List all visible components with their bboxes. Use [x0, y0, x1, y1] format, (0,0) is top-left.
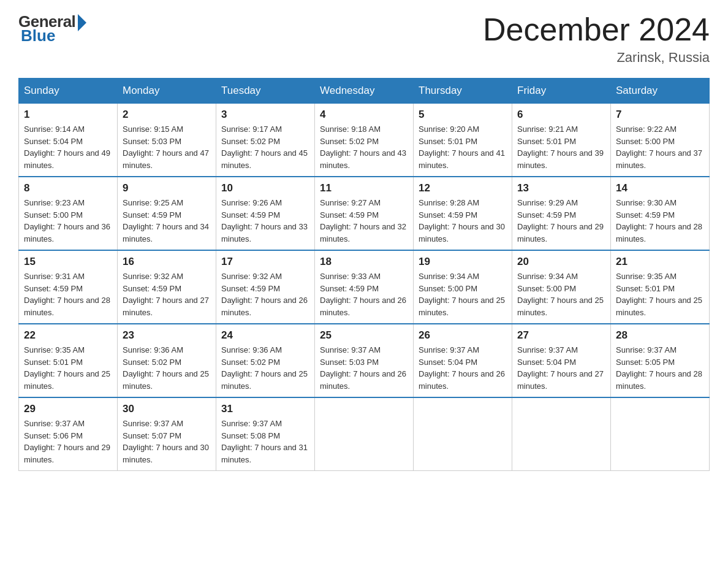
day-number: 29 [24, 403, 112, 415]
page-header: General Blue December 2024 Zarinsk, Russ… [18, 12, 710, 66]
day-number: 7 [616, 109, 704, 121]
day-info: Sunrise: 9:15 AM Sunset: 5:03 PM Dayligh… [123, 123, 211, 171]
calendar-day-cell [611, 397, 710, 471]
calendar-day-cell: 5 Sunrise: 9:20 AM Sunset: 5:01 PM Dayli… [414, 104, 512, 177]
day-info: Sunrise: 9:35 AM Sunset: 5:01 PM Dayligh… [24, 344, 112, 392]
day-number: 13 [517, 182, 605, 194]
day-info: Sunrise: 9:34 AM Sunset: 5:00 PM Dayligh… [419, 270, 507, 318]
day-number: 19 [419, 256, 507, 268]
day-number: 10 [221, 182, 309, 194]
calendar-day-cell: 29 Sunrise: 9:37 AM Sunset: 5:06 PM Dayl… [19, 397, 118, 471]
day-info: Sunrise: 9:29 AM Sunset: 4:59 PM Dayligh… [517, 197, 605, 245]
day-number: 23 [123, 329, 211, 342]
day-number: 20 [517, 256, 605, 268]
calendar-week-row: 1 Sunrise: 9:14 AM Sunset: 5:04 PM Dayli… [19, 104, 710, 177]
day-info: Sunrise: 9:30 AM Sunset: 4:59 PM Dayligh… [616, 197, 704, 245]
day-info: Sunrise: 9:36 AM Sunset: 5:02 PM Dayligh… [221, 344, 309, 392]
day-number: 22 [24, 329, 112, 342]
calendar-day-cell: 22 Sunrise: 9:35 AM Sunset: 5:01 PM Dayl… [19, 324, 118, 397]
day-number: 9 [123, 182, 211, 194]
calendar-week-row: 8 Sunrise: 9:23 AM Sunset: 5:00 PM Dayli… [19, 177, 710, 250]
day-info: Sunrise: 9:20 AM Sunset: 5:01 PM Dayligh… [419, 123, 507, 171]
calendar-day-cell [414, 397, 512, 471]
calendar-day-cell: 15 Sunrise: 9:31 AM Sunset: 4:59 PM Dayl… [19, 250, 118, 324]
day-info: Sunrise: 9:37 AM Sunset: 5:07 PM Dayligh… [123, 418, 211, 465]
logo-blue-text: Blue [21, 26, 55, 45]
day-info: Sunrise: 9:34 AM Sunset: 5:00 PM Dayligh… [517, 270, 605, 318]
calendar-day-cell: 17 Sunrise: 9:32 AM Sunset: 4:59 PM Dayl… [216, 250, 315, 324]
calendar-day-cell: 10 Sunrise: 9:26 AM Sunset: 4:59 PM Dayl… [216, 177, 315, 250]
title-area: December 2024 Zarinsk, Russia [483, 12, 710, 66]
calendar-day-cell: 4 Sunrise: 9:18 AM Sunset: 5:02 PM Dayli… [315, 104, 414, 177]
day-number: 31 [221, 403, 309, 415]
calendar-day-cell: 2 Sunrise: 9:15 AM Sunset: 5:03 PM Dayli… [118, 104, 216, 177]
day-number: 2 [123, 109, 211, 121]
calendar-day-cell: 25 Sunrise: 9:37 AM Sunset: 5:03 PM Dayl… [315, 324, 414, 397]
day-number: 6 [517, 109, 605, 121]
day-number: 11 [320, 182, 408, 194]
day-number: 16 [123, 256, 211, 268]
day-number: 5 [419, 109, 507, 121]
day-info: Sunrise: 9:28 AM Sunset: 4:59 PM Dayligh… [419, 197, 507, 245]
day-number: 3 [221, 109, 309, 121]
calendar-day-cell: 21 Sunrise: 9:35 AM Sunset: 5:01 PM Dayl… [611, 250, 710, 324]
calendar-day-cell: 23 Sunrise: 9:36 AM Sunset: 5:02 PM Dayl… [118, 324, 216, 397]
day-info: Sunrise: 9:33 AM Sunset: 4:59 PM Dayligh… [320, 270, 408, 318]
day-info: Sunrise: 9:37 AM Sunset: 5:04 PM Dayligh… [419, 344, 507, 392]
day-info: Sunrise: 9:26 AM Sunset: 4:59 PM Dayligh… [221, 197, 309, 245]
calendar-day-cell: 30 Sunrise: 9:37 AM Sunset: 5:07 PM Dayl… [118, 397, 216, 471]
calendar-day-cell: 27 Sunrise: 9:37 AM Sunset: 5:04 PM Dayl… [512, 324, 611, 397]
day-number: 25 [320, 329, 408, 342]
day-info: Sunrise: 9:22 AM Sunset: 5:00 PM Dayligh… [616, 123, 704, 171]
day-number: 24 [221, 329, 309, 342]
calendar-week-row: 22 Sunrise: 9:35 AM Sunset: 5:01 PM Dayl… [19, 324, 710, 397]
day-info: Sunrise: 9:37 AM Sunset: 5:03 PM Dayligh… [320, 344, 408, 392]
location-text: Zarinsk, Russia [483, 50, 710, 66]
calendar-day-cell: 8 Sunrise: 9:23 AM Sunset: 5:00 PM Dayli… [19, 177, 118, 250]
month-title: December 2024 [483, 12, 710, 47]
day-info: Sunrise: 9:25 AM Sunset: 4:59 PM Dayligh… [123, 197, 211, 245]
day-info: Sunrise: 9:23 AM Sunset: 5:00 PM Dayligh… [24, 197, 112, 245]
calendar-day-cell: 14 Sunrise: 9:30 AM Sunset: 4:59 PM Dayl… [611, 177, 710, 250]
calendar-day-cell [315, 397, 414, 471]
calendar-day-cell: 7 Sunrise: 9:22 AM Sunset: 5:00 PM Dayli… [611, 104, 710, 177]
calendar-day-header: Thursday [414, 79, 512, 104]
calendar-week-row: 15 Sunrise: 9:31 AM Sunset: 4:59 PM Dayl… [19, 250, 710, 324]
calendar-day-header: Monday [118, 79, 216, 104]
day-info: Sunrise: 9:27 AM Sunset: 4:59 PM Dayligh… [320, 197, 408, 245]
day-info: Sunrise: 9:14 AM Sunset: 5:04 PM Dayligh… [24, 123, 112, 171]
calendar-header-row: SundayMondayTuesdayWednesdayThursdayFrid… [19, 79, 710, 104]
day-number: 18 [320, 256, 408, 268]
calendar-table: SundayMondayTuesdayWednesdayThursdayFrid… [18, 78, 710, 471]
day-info: Sunrise: 9:37 AM Sunset: 5:04 PM Dayligh… [517, 344, 605, 392]
day-number: 14 [616, 182, 704, 194]
calendar-day-header: Sunday [19, 79, 118, 104]
calendar-day-header: Friday [512, 79, 611, 104]
day-info: Sunrise: 9:36 AM Sunset: 5:02 PM Dayligh… [123, 344, 211, 392]
logo: General Blue [18, 12, 86, 45]
calendar-day-cell: 16 Sunrise: 9:32 AM Sunset: 4:59 PM Dayl… [118, 250, 216, 324]
day-info: Sunrise: 9:18 AM Sunset: 5:02 PM Dayligh… [320, 123, 408, 171]
calendar-day-cell: 20 Sunrise: 9:34 AM Sunset: 5:00 PM Dayl… [512, 250, 611, 324]
day-number: 1 [24, 109, 112, 121]
calendar-day-cell: 6 Sunrise: 9:21 AM Sunset: 5:01 PM Dayli… [512, 104, 611, 177]
day-number: 30 [123, 403, 211, 415]
day-number: 28 [616, 329, 704, 342]
calendar-day-cell: 18 Sunrise: 9:33 AM Sunset: 4:59 PM Dayl… [315, 250, 414, 324]
day-info: Sunrise: 9:32 AM Sunset: 4:59 PM Dayligh… [123, 270, 211, 318]
calendar-day-cell: 11 Sunrise: 9:27 AM Sunset: 4:59 PM Dayl… [315, 177, 414, 250]
day-info: Sunrise: 9:37 AM Sunset: 5:05 PM Dayligh… [616, 344, 704, 392]
calendar-day-cell: 28 Sunrise: 9:37 AM Sunset: 5:05 PM Dayl… [611, 324, 710, 397]
day-info: Sunrise: 9:35 AM Sunset: 5:01 PM Dayligh… [616, 270, 704, 318]
day-number: 15 [24, 256, 112, 268]
calendar-day-cell: 31 Sunrise: 9:37 AM Sunset: 5:08 PM Dayl… [216, 397, 315, 471]
day-number: 27 [517, 329, 605, 342]
calendar-day-cell: 26 Sunrise: 9:37 AM Sunset: 5:04 PM Dayl… [414, 324, 512, 397]
day-number: 26 [419, 329, 507, 342]
calendar-day-cell: 19 Sunrise: 9:34 AM Sunset: 5:00 PM Dayl… [414, 250, 512, 324]
calendar-day-cell: 12 Sunrise: 9:28 AM Sunset: 4:59 PM Dayl… [414, 177, 512, 250]
logo-arrow-icon [78, 14, 86, 31]
day-info: Sunrise: 9:37 AM Sunset: 5:08 PM Dayligh… [221, 418, 309, 465]
day-number: 4 [320, 109, 408, 121]
day-number: 12 [419, 182, 507, 194]
